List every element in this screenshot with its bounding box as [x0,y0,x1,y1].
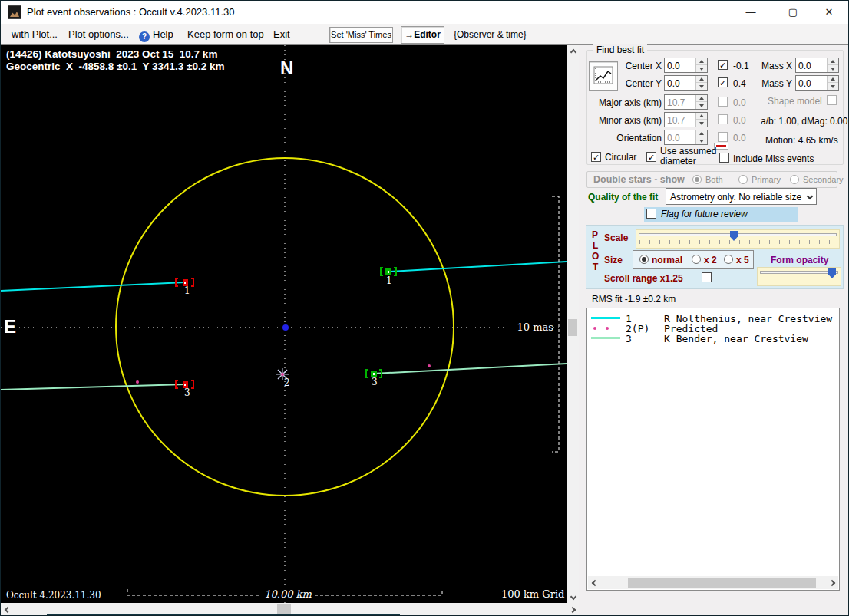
chord1-right-segment [388,262,567,272]
size-x5-radio[interactable] [724,255,733,264]
spin-down-icon[interactable] [696,83,707,90]
size-normal-radio[interactable] [639,255,649,264]
center-x-value: 0.0 [667,61,680,71]
km-scale-label: 10.00 km [260,588,315,600]
app-icon [8,5,21,19]
mass-x-label: Mass X [760,61,792,71]
scroll-up-arrow[interactable] [567,45,580,58]
menu-help-label: Help [153,28,173,40]
menu-plot-options[interactable]: Plot options... [68,28,129,40]
predicted-dot [428,364,431,367]
center-y-offset: 0.4 [733,78,746,89]
spin-down-icon[interactable] [696,137,707,144]
legend-row-2[interactable]: 2(P) Predicted [587,323,839,333]
legend-row-3[interactable]: 3 K Bender, near Crestview [587,333,839,343]
center-y-spinner[interactable]: 0.0 [664,75,708,91]
scale-label: Scale [604,232,628,243]
menu-exit[interactable]: Exit [273,28,290,40]
menu-with-plot[interactable]: with Plot... [12,28,58,40]
minor-axis-value: 10.7 [667,115,685,126]
spin-down-icon[interactable] [828,65,838,72]
scroll-range-checkbox[interactable] [702,272,712,282]
rms-fit-label: RMS fit -1.9 ±0.2 km [592,294,676,305]
minor-axis-label: Minor axis (km) [599,115,662,126]
predicted-label: 2 [284,377,290,388]
orientation-label: Orientation [599,133,662,143]
close-button[interactable]: ✕ [816,1,842,24]
predicted-dot-swatch [593,327,596,330]
scroll-right-arrow[interactable] [825,576,838,589]
double-stars-title: Double stars - show [593,174,685,185]
spin-up-icon[interactable] [696,76,707,83]
scroll-down-arrow[interactable] [567,590,580,603]
chord1-left-segment [1,282,185,291]
ab-dmag-label: a/b: 1.00, dMag: 0.00 [761,116,847,127]
center-y-fit-checkbox[interactable]: ✓ [718,77,728,87]
form-opacity-slider[interactable] [757,267,841,286]
set-miss-times-button[interactable]: Set 'Miss' Times [329,27,393,43]
scale-slider[interactable] [636,229,840,249]
plot-hscroll-thumb[interactable] [277,604,291,614]
use-assumed-diameter-checkbox[interactable]: ✓ [646,152,656,162]
quality-combobox[interactable]: Astrometry only. No reliable size [666,188,817,205]
plot-letter-p: P [592,229,598,240]
spin-down-icon[interactable] [828,83,838,90]
spin-down-icon[interactable] [696,102,707,109]
quality-label: Quality of the fit [588,192,658,203]
spin-down-icon[interactable] [696,120,707,127]
shape-model-label: Shape model [768,96,821,107]
flag-review-label: Flag for future review [661,209,748,219]
size-x2-radio[interactable] [692,255,701,264]
editor-button[interactable]: →Editor [401,26,444,44]
spin-up-icon[interactable] [696,95,707,102]
scroll-left-arrow[interactable] [588,576,601,589]
observer-legend-list[interactable]: 1 R Nolthenius, near Crestview 2(P) Pred… [586,308,840,591]
minor-axis-spinner[interactable]: 10.7 [664,112,708,127]
plot-canvas[interactable]: (14426) Katotsuyoshi 2023 Oct 15 10.7 km… [1,45,567,603]
include-miss-events-checkbox[interactable] [719,153,729,163]
center-x-label: Center X [618,61,662,71]
control-panel: Find best fit Center X 0.0 ✓ -0.1 Mass X… [579,45,849,616]
legend-row-1[interactable]: 1 R Nolthenius, near Crestview [587,313,839,323]
plot-vertical-scrollbar[interactable] [567,45,579,603]
orientation-offset: 0.0 [733,133,746,143]
major-axis-spinner[interactable]: 10.7 [664,94,708,110]
mas-scale-label: 10 mas [506,321,553,333]
center-x-fit-checkbox[interactable]: ✓ [718,60,728,70]
menu-help[interactable]: ?Help [139,28,173,42]
plot-vscroll-thumb[interactable] [568,319,577,336]
chord3-left-segment [1,384,185,390]
mass-x-spinner[interactable]: 0.0 [795,58,839,73]
form-opacity-ticks [761,278,838,282]
major-axis-offset: 0.0 [733,97,746,108]
circular-label: Circular [605,152,636,163]
size-normal-label: normal [652,255,682,265]
spin-down-icon[interactable] [696,65,707,72]
form-opacity-track[interactable] [760,271,838,274]
size-x2-label: x 2 [704,255,717,265]
center-x-spinner[interactable]: 0.0 [664,58,708,73]
legend-horizontal-scrollbar[interactable] [588,576,838,589]
chevron-down-icon [807,193,813,199]
circular-checkbox[interactable]: ✓ [591,152,601,162]
menu-keep-on-top[interactable]: Keep form on top [187,28,264,40]
maximize-button[interactable]: ▢ [780,1,806,24]
scroll-right-arrow[interactable] [566,603,579,616]
scale-slider-track[interactable] [639,233,837,236]
quality-value: Astrometry only. No reliable size [670,192,801,203]
orientation-spinner[interactable]: 0.0 [664,130,708,145]
legend-hscroll-thumb[interactable] [628,578,816,588]
minimize-button[interactable]: — [738,1,764,24]
spin-up-icon[interactable] [696,130,707,137]
spin-up-icon[interactable] [828,76,838,83]
double-both-label: Both [705,175,723,184]
spin-up-icon[interactable] [696,113,707,120]
run-fit-button[interactable] [589,61,618,91]
spin-up-icon[interactable] [828,58,838,65]
double-secondary-label: Secondary [803,175,844,184]
spin-up-icon[interactable] [696,58,707,65]
scroll-left-arrow[interactable] [1,603,14,616]
flag-review-checkbox[interactable] [646,209,656,219]
mass-y-spinner[interactable]: 0.0 [795,75,839,91]
size-x5-label: x 5 [736,255,749,265]
